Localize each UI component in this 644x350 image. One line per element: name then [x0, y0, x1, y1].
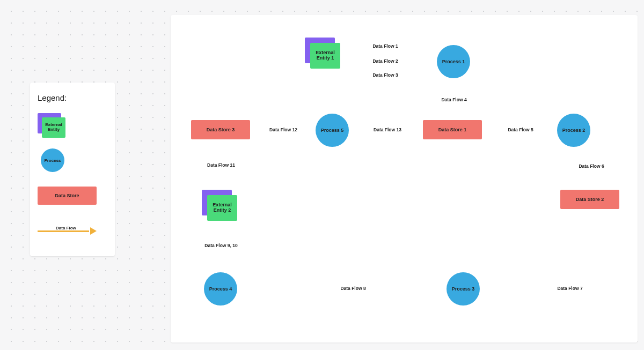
flow-label-12: Data Flow 12 [268, 127, 299, 132]
legend-flow-row: Data Flow [38, 219, 107, 243]
node-data-store-2[interactable]: Data Store 2 [560, 190, 619, 209]
flow-label-2: Data Flow 2 [371, 58, 399, 64]
legend-datastore-row: Data Store [38, 184, 107, 207]
flow-label-8: Data Flow 8 [339, 286, 367, 291]
flow-label-7: Data Flow 7 [555, 286, 584, 291]
node-process-2[interactable]: Process 2 [557, 114, 590, 147]
node-process-3[interactable]: Process 3 [447, 272, 480, 306]
legend-panel: Legend: External Entity Process Data Sto… [30, 83, 115, 256]
node-data-store-3[interactable]: Data Store 3 [191, 120, 250, 139]
legend-entity-row: External Entity [38, 113, 107, 137]
node-external-entity-2[interactable]: External Entity 2 [202, 190, 229, 213]
flow-label-11: Data Flow 11 [206, 162, 237, 168]
entity-icon: External Entity [38, 113, 64, 137]
flow-label-13: Data Flow 13 [372, 127, 403, 132]
diagram-canvas[interactable]: Data Flow 1 Data Flow 2 Data Flow 3 Data… [171, 15, 638, 342]
flow-label-9-10: Data Flow 9, 10 [203, 243, 239, 248]
legend-title: Legend: [38, 93, 107, 102]
flow-label-6: Data Flow 6 [577, 163, 605, 169]
flow-label-4: Data Flow 4 [440, 97, 468, 102]
flow-label-1: Data Flow 1 [371, 43, 399, 49]
flow-label-3: Data Flow 3 [371, 72, 399, 78]
node-external-entity-1[interactable]: External Entity 1 [305, 38, 332, 61]
node-data-store-1[interactable]: Data Store 1 [423, 120, 482, 139]
datastore-icon: Data Store [38, 187, 97, 205]
flow-label-5: Data Flow 5 [506, 127, 535, 132]
node-process-1[interactable]: Process 1 [437, 45, 470, 78]
process-icon: Process [41, 148, 64, 172]
legend-process-row: Process [38, 148, 107, 172]
node-process-5[interactable]: Process 5 [316, 114, 349, 147]
arrow-icon: Data Flow [38, 227, 97, 235]
node-process-4[interactable]: Process 4 [204, 272, 237, 306]
